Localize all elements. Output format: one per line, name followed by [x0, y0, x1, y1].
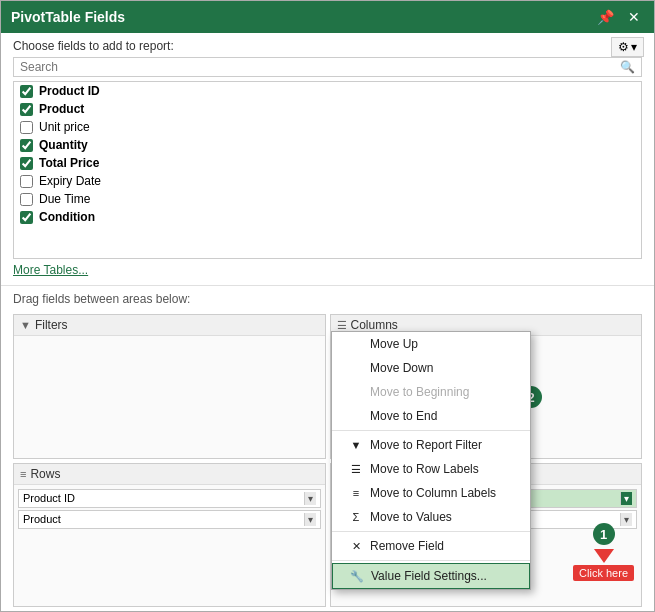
rows-icon: ≡ — [20, 468, 26, 480]
ctx-move-to-report-filter[interactable]: ▼ Move to Report Filter — [332, 433, 530, 457]
field-label: Product ID — [39, 84, 100, 98]
ctx-move-to-end[interactable]: Move to End — [332, 404, 530, 428]
window-title: PivotTable Fields — [11, 9, 125, 25]
row-field-product-id[interactable]: Product ID ▾ — [18, 489, 321, 508]
row-field-product[interactable]: Product ▾ — [18, 510, 321, 529]
field-item-quantity[interactable]: Quantity — [14, 136, 641, 154]
field-checkbox-due-time[interactable] — [20, 193, 33, 206]
filters-header: ▼ Filters — [14, 315, 325, 336]
ctx-move-to-values[interactable]: Σ Move to Values — [332, 505, 530, 529]
filter-icon: ▼ — [20, 319, 31, 331]
badge-1: 1 — [593, 523, 615, 545]
field-label: Product — [39, 102, 84, 116]
ctx-move-to-end-label: Move to End — [370, 409, 437, 423]
ctx-move-to-row-labels-label: Move to Row Labels — [370, 462, 479, 476]
ctx-remove-field[interactable]: ✕ Remove Field — [332, 534, 530, 558]
field-item-condition[interactable]: Condition — [14, 208, 641, 226]
rows-content: Product ID ▾ Product ▾ — [14, 485, 325, 607]
search-bar: 🔍 — [13, 57, 642, 77]
choose-fields-label: Choose fields to add to report: — [1, 33, 654, 57]
ctx-move-to-row-labels[interactable]: ☰ Move to Row Labels — [332, 457, 530, 481]
field-list: Product IDProductUnit priceQuantityTotal… — [13, 81, 642, 259]
ctx-move-to-beginning-label: Move to Beginning — [370, 385, 469, 399]
row-field-product-id-dropdown[interactable]: ▾ — [304, 492, 316, 505]
filters-label: Filters — [35, 318, 68, 332]
gear-icon: ⚙ — [618, 40, 629, 54]
row-field-product-id-label: Product ID — [23, 492, 75, 504]
ctx-value-field-settings-label: Value Field Settings... — [371, 569, 487, 583]
ctx-move-up[interactable]: Move Up — [332, 332, 530, 356]
columns-label: Columns — [351, 318, 398, 332]
row-field-product-dropdown[interactable]: ▾ — [304, 513, 316, 526]
settings-dropdown-arrow: ▾ — [631, 40, 637, 54]
field-label: Total Price — [39, 156, 99, 170]
remove-field-icon: ✕ — [348, 540, 364, 553]
columns-icon: ☰ — [337, 319, 347, 332]
click-here-annotation: 1 Click here — [573, 523, 634, 581]
search-icon: 🔍 — [620, 60, 635, 74]
title-bar: PivotTable Fields 📌 ✕ — [1, 1, 654, 33]
field-item-due-time[interactable]: Due Time — [14, 190, 641, 208]
field-item-unit-price[interactable]: Unit price — [14, 118, 641, 136]
rows-label: Rows — [30, 467, 60, 481]
ctx-separator-3 — [332, 560, 530, 561]
field-label: Condition — [39, 210, 95, 224]
ctx-remove-field-label: Remove Field — [370, 539, 444, 553]
value-field-settings-icon: 🔧 — [349, 570, 365, 583]
ctx-move-to-column-labels-label: Move to Column Labels — [370, 486, 496, 500]
field-checkbox-total-price[interactable] — [20, 157, 33, 170]
ctx-move-down[interactable]: Move Down — [332, 356, 530, 380]
rows-header: ≡ Rows — [14, 464, 325, 485]
field-item-product[interactable]: Product — [14, 100, 641, 118]
field-checkbox-condition[interactable] — [20, 211, 33, 224]
field-checkbox-quantity[interactable] — [20, 139, 33, 152]
filters-area: ▼ Filters — [13, 314, 326, 459]
ctx-value-field-settings[interactable]: 🔧 Value Field Settings... — [332, 563, 530, 589]
values-ctx-icon: Σ — [348, 511, 364, 523]
ctx-move-to-column-labels[interactable]: ≡ Move to Column Labels — [332, 481, 530, 505]
rows-area: ≡ Rows Product ID ▾ Product ▾ — [13, 463, 326, 608]
context-menu: Move Up Move Down Move to Beginning Move… — [331, 331, 531, 590]
field-label: Unit price — [39, 120, 90, 134]
filters-content — [14, 336, 325, 458]
field-label: Expiry Date — [39, 174, 101, 188]
field-item-expiry-date[interactable]: Expiry Date — [14, 172, 641, 190]
ctx-move-to-values-label: Move to Values — [370, 510, 452, 524]
field-checkbox-product-id[interactable] — [20, 85, 33, 98]
areas-grid: ▼ Filters ☰ Columns ≡ Rows — [1, 310, 654, 611]
search-input[interactable] — [20, 60, 620, 74]
click-here-label: Click here — [573, 565, 634, 581]
field-label: Due Time — [39, 192, 90, 206]
ctx-move-up-label: Move Up — [370, 337, 418, 351]
close-icon[interactable]: ✕ — [624, 9, 644, 25]
ctx-move-to-report-filter-label: Move to Report Filter — [370, 438, 482, 452]
report-filter-icon: ▼ — [348, 439, 364, 451]
ctx-move-down-label: Move Down — [370, 361, 433, 375]
title-controls: 📌 ✕ — [593, 9, 644, 25]
pivot-table-fields-window: PivotTable Fields 📌 ✕ ⚙ ▾ Choose fields … — [0, 0, 655, 612]
ctx-move-to-beginning: Move to Beginning — [332, 380, 530, 404]
value-field-sum-quantity-dropdown[interactable]: ▾ — [620, 492, 632, 505]
pin-icon[interactable]: 📌 — [593, 9, 618, 25]
row-labels-icon: ☰ — [348, 463, 364, 476]
more-tables-link[interactable]: More Tables... — [1, 259, 654, 281]
row-field-product-label: Product — [23, 513, 61, 525]
field-item-product-id[interactable]: Product ID — [14, 82, 641, 100]
field-label: Quantity — [39, 138, 88, 152]
ctx-separator-1 — [332, 430, 530, 431]
column-labels-icon: ≡ — [348, 487, 364, 499]
field-item-total-price[interactable]: Total Price — [14, 154, 641, 172]
field-checkbox-product[interactable] — [20, 103, 33, 116]
panel-body: ⚙ ▾ Choose fields to add to report: 🔍 Pr… — [1, 33, 654, 611]
field-checkbox-unit-price[interactable] — [20, 121, 33, 134]
ctx-separator-2 — [332, 531, 530, 532]
click-arrow — [594, 549, 614, 563]
field-checkbox-expiry-date[interactable] — [20, 175, 33, 188]
drag-fields-label: Drag fields between areas below: — [1, 285, 654, 310]
settings-button[interactable]: ⚙ ▾ — [611, 37, 644, 57]
